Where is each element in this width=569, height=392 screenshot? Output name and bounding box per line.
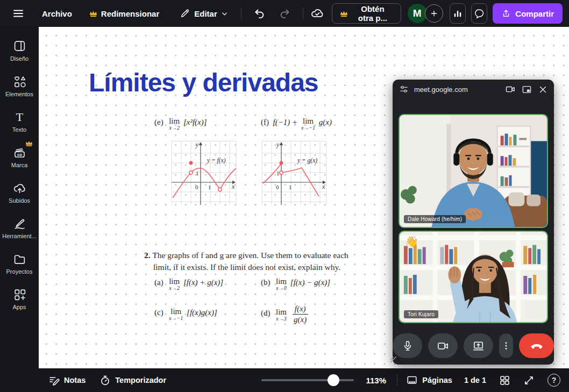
exercise-b: (b) limx→0 [f(x) − g(x)] [261,277,330,291]
timer-label: Temporizador [115,376,166,384]
hamburger-menu-icon[interactable] [12,7,25,20]
exercise-label: (c) [154,308,163,317]
lim-sub: x→−1 [301,125,315,131]
file-menu[interactable]: Archivo [42,9,72,18]
brand-icon: co [13,145,26,159]
problem-number: 2. [144,251,151,260]
file-menu-label: Archivo [42,9,72,18]
bottom-toolbar: Notas Temporizador 113% Páginas 1 de 1 ? [39,368,569,392]
sidebar-item-texto[interactable]: T Texto [0,110,39,133]
camera-button[interactable] [428,333,458,358]
present-button[interactable] [464,333,493,358]
chevron-down-icon [221,10,228,17]
sidebar-item-herramientas[interactable]: Herramient... [0,216,39,239]
sidebar-item-marca[interactable]: co Marca [0,145,39,168]
apps-icon [13,287,26,301]
resize-handle[interactable] [389,356,397,364]
camera-toggle-icon[interactable] [504,83,516,95]
timer-button[interactable]: Temporizador [99,375,166,386]
left-sidebar: Diseño Elementos T Texto co Marca [0,27,39,392]
divider [397,374,397,386]
pages-button[interactable]: Páginas [406,374,452,386]
more-options-button[interactable] [499,333,513,358]
insights-icon[interactable] [450,3,466,24]
hangup-button[interactable] [519,333,554,358]
pages-label: Páginas [422,376,452,384]
tools-icon [13,216,26,230]
lim-word: lim [301,117,315,125]
page-title[interactable]: Límites y derivadas [89,68,318,97]
graph-f: y = f(x) 0 1 1 x y [169,141,237,206]
pages-icon [406,374,418,386]
redo-icon[interactable] [278,7,291,20]
graph-g: y = g(x) 0 1 1 x y [260,141,328,206]
design-icon [13,39,26,53]
grid-view-icon[interactable] [499,375,510,386]
participant-tile[interactable]: 👋 Tori Kujaro [399,231,548,323]
exercise-pre: f(−1) + [273,118,298,126]
exercise-label: (f) [261,118,269,126]
exercise-expr: g(x) [319,118,332,126]
svg-text:y: y [276,141,280,148]
get-pro-label: Obtén otra p... [352,4,393,23]
svg-text:y = f(x): y = f(x) [207,157,226,164]
comments-icon[interactable] [471,3,487,24]
sidebar-item-label: Herramient... [2,233,37,239]
cloud-check-icon [310,6,324,20]
zoom-slider-track[interactable] [261,379,354,381]
crown-icon [25,140,33,147]
text-icon: T [13,110,26,124]
participant-video [400,232,547,322]
close-icon[interactable] [537,83,549,95]
fullscreen-icon[interactable] [523,375,535,386]
app-window: Archivo Redimensionar Editar [0,0,569,392]
svg-text:0: 0 [276,184,279,190]
video-tiles: Dale Howard (he/him) [399,114,548,323]
fraction-numerator: f(x) [293,304,308,315]
participant-video [400,115,547,227]
help-icon[interactable]: ? [547,374,560,387]
exercise-label: (a) [154,278,163,287]
avatar[interactable]: M [408,4,427,23]
crown-icon [340,10,348,17]
wave-reaction-emoji: 👋 [405,235,418,248]
sidebar-item-label: Diseño [10,55,29,62]
svg-text:1: 1 [208,184,211,190]
exercise-expr: [f(x) + g(x)] [183,278,223,287]
exercise-d: (d) limx→3 f(x)g(x) [261,304,308,325]
lim-sub: x→−1 [169,316,183,321]
sidebar-item-elementos[interactable]: Elementos [0,74,39,97]
timer-icon [99,375,111,386]
lim-word: lim [276,308,287,316]
sidebar-item-label: Apps [12,304,26,310]
resize-menu-label: Redimensionar [101,9,159,18]
participant-tile[interactable]: Dale Howard (he/him) [399,114,548,228]
get-pro-button[interactable]: Obtén otra p... [332,3,401,24]
zoom-slider[interactable] [261,374,354,386]
meet-pip-window[interactable]: meet.google.com [393,80,554,365]
mic-button[interactable] [393,333,422,358]
sidebar-item-apps[interactable]: Apps [0,287,39,310]
sidebar-item-diseno[interactable]: Diseño [0,39,39,62]
lim-word: lim [169,277,180,286]
pip-settings-icon[interactable] [398,83,410,95]
zoom-slider-thumb[interactable] [328,374,339,386]
back-to-tab-icon[interactable] [521,83,532,95]
notes-label: Notas [64,376,86,384]
lim-sub: x→0 [276,286,287,291]
undo-icon[interactable] [253,7,266,20]
sidebar-item-proyectos[interactable]: Proyectos [0,252,39,275]
notes-button[interactable]: Notas [48,375,86,386]
edit-menu[interactable]: Editar [180,8,228,19]
fraction-denominator: g(x) [293,315,308,324]
edit-menu-label: Editar [194,9,217,18]
sidebar-item-subidos[interactable]: Subidos [0,181,39,204]
add-member-button[interactable] [425,4,443,23]
lim-sub: x→2 [169,286,180,291]
exercise-expr: [f(x) − g(x)] [290,278,330,287]
share-icon [501,9,511,18]
svg-text:1: 1 [289,184,292,190]
share-button[interactable]: Compartir [493,3,563,24]
svg-text:0: 0 [195,184,198,190]
resize-menu[interactable]: Redimensionar [89,9,159,18]
